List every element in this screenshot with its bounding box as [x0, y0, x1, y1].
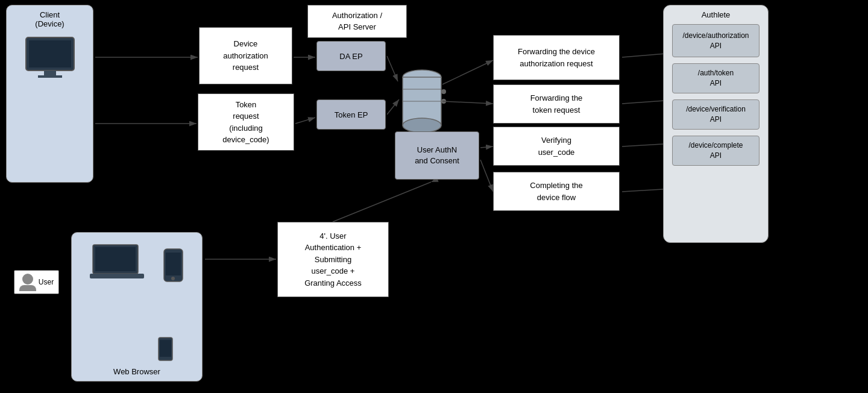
- fwd-token-box: Forwarding thetoken request: [493, 84, 620, 124]
- client-device-box: Client (Device): [6, 5, 93, 183]
- api-device-complete-label: /device/completeAPI: [688, 140, 743, 161]
- svg-rect-31: [90, 274, 144, 278]
- authlete-label: Authlete: [702, 10, 731, 19]
- svg-rect-28: [38, 75, 62, 78]
- svg-line-15: [442, 60, 493, 84]
- monitor-icon: [23, 34, 77, 80]
- api-device-verif-box: /device/verificationAPI: [672, 99, 760, 130]
- svg-line-18: [480, 160, 493, 192]
- user-auth-submit-label: 4'. UserAuthentication +Submittinguser_c…: [304, 230, 362, 289]
- svg-line-17: [480, 146, 493, 148]
- authlete-box: Authlete /device/authorizationAPI /auth/…: [663, 5, 769, 243]
- client-device-label: Client (Device): [35, 10, 64, 28]
- svg-line-5: [295, 118, 315, 124]
- user-badge: User: [14, 270, 59, 294]
- da-ep-box: DA EP: [316, 41, 386, 71]
- auth-api-server-label: Authorization / API Server: [332, 10, 382, 32]
- small-device-icon: [158, 337, 173, 361]
- user-auth-submit-box: 4'. UserAuthentication +Submittinguser_c…: [277, 222, 389, 297]
- token-ep-box: Token EP: [316, 99, 386, 130]
- svg-rect-9: [403, 77, 441, 125]
- svg-rect-33: [166, 253, 181, 275]
- api-auth-token-box: /auth/tokenAPI: [672, 63, 760, 93]
- api-device-auth-box: /device/authorizationAPI: [672, 24, 760, 57]
- completing-device-label: Completing thedevice flow: [530, 180, 582, 203]
- fwd-device-auth-label: Forwarding the deviceauthorization reque…: [518, 46, 595, 69]
- svg-line-6: [387, 56, 398, 81]
- svg-line-23: [333, 182, 431, 222]
- api-device-auth-label: /device/authorizationAPI: [682, 31, 749, 51]
- api-auth-token-label: /auth/tokenAPI: [698, 68, 734, 89]
- da-ep-label: DA EP: [339, 52, 362, 61]
- svg-line-16: [442, 101, 493, 104]
- auth-api-server-box: Authorization / API Server: [307, 5, 407, 38]
- token-ep-label: Token EP: [335, 110, 368, 119]
- token-request-label: Tokenrequest(includingdevice_code): [222, 99, 269, 146]
- svg-rect-36: [160, 340, 171, 357]
- device-auth-request-label: Deviceauthorizationrequest: [223, 38, 268, 74]
- svg-point-34: [171, 277, 175, 280]
- api-device-complete-box: /device/completeAPI: [672, 136, 760, 166]
- laptop-icon: [90, 242, 144, 284]
- api-device-verif-label: /device/verificationAPI: [686, 104, 746, 125]
- svg-line-7: [387, 99, 399, 115]
- phone-icon: [163, 248, 184, 283]
- svg-rect-30: [95, 247, 136, 271]
- device-auth-request-box: Deviceauthorizationrequest: [199, 27, 292, 84]
- svg-point-8: [403, 70, 441, 84]
- verify-user-code-label: Verifyinguser_code: [538, 134, 575, 158]
- user-label: User: [39, 278, 54, 286]
- web-browser-label: Web Browser: [113, 367, 160, 376]
- svg-rect-26: [29, 40, 71, 68]
- fwd-device-auth-box: Forwarding the deviceauthorization reque…: [493, 35, 620, 80]
- token-request-box: Tokenrequest(includingdevice_code): [198, 93, 294, 151]
- verify-user-code-box: Verifyinguser_code: [493, 127, 620, 166]
- web-browser-box: Web Browser: [71, 232, 203, 382]
- svg-point-10: [403, 118, 441, 133]
- completing-device-box: Completing thedevice flow: [493, 172, 620, 211]
- user-authn-label: User AuthNand Consent: [415, 145, 459, 166]
- svg-point-13: [441, 89, 446, 94]
- svg-point-14: [441, 99, 446, 104]
- svg-rect-27: [44, 71, 56, 75]
- user-authn-box: User AuthNand Consent: [395, 131, 479, 180]
- fwd-token-label: Forwarding thetoken request: [530, 92, 583, 116]
